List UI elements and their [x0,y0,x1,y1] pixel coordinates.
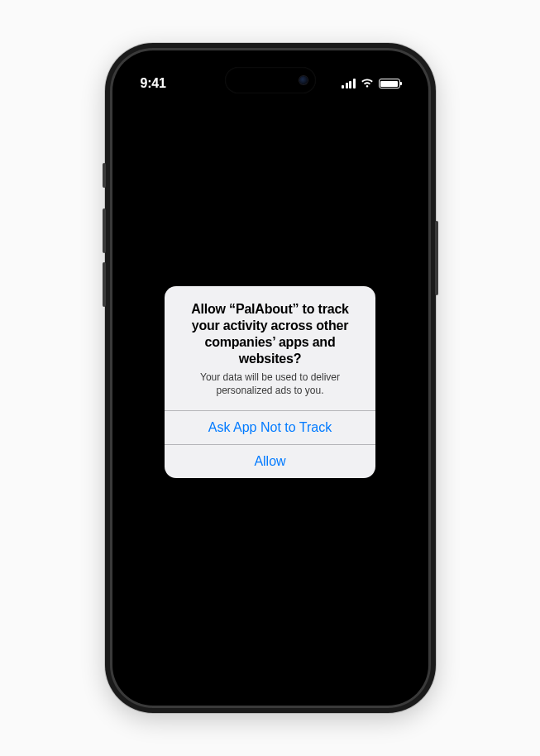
alert-message: Your data will be used to deliver person… [176,371,364,397]
phone-frame: 9:41 [105,43,436,713]
alert-content: Allow “PalAbout” to track your activity … [165,286,375,410]
phone-inner-bezel: 9:41 [110,48,431,708]
phone-bezel: 9:41 [112,50,428,706]
alert-title: Allow “PalAbout” to track your activity … [176,301,364,367]
tracking-permission-alert: Allow “PalAbout” to track your activity … [165,286,375,478]
cellular-signal-icon [342,79,356,89]
wifi-icon [361,79,374,89]
ask-not-to-track-button[interactable]: Ask App Not to Track [165,410,375,444]
mute-switch [103,163,106,188]
status-indicators [342,79,400,89]
volume-down-button [103,262,106,307]
status-time: 9:41 [141,76,166,91]
power-button [435,221,438,295]
phone-screen: 9:41 [119,57,422,699]
volume-up-button [103,208,106,253]
alert-overlay: Allow “PalAbout” to track your activity … [119,57,422,699]
battery-icon [379,79,400,89]
front-camera [299,76,308,84]
dynamic-island [225,67,316,93]
allow-button[interactable]: Allow [165,444,375,478]
